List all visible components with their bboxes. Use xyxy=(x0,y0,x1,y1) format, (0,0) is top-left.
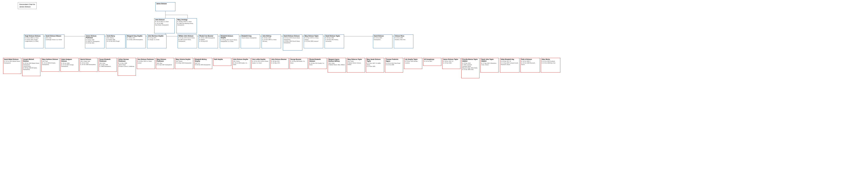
person-john-mcilroy[interactable]: John McIlroy B: 04 Mar 1903 D: 24 Feb 19… xyxy=(261,34,281,48)
title-line2: James Dickson xyxy=(19,6,35,8)
person-adam-hodgson-dickson[interactable]: Adam Hodgson Dickson B: 26 Jun 1906 D: 1… xyxy=(60,58,79,72)
person-annie-barry[interactable]: Annie Barry AKA: Bath(s) B: 06 Mar 1868 … xyxy=(106,34,125,48)
person-alf-humphreys[interactable]: Alf Humphreys B: 04 Oct 1887 xyxy=(423,58,441,66)
person-kath-smythe[interactable]: Kath Smythe xyxy=(213,58,231,66)
person-mary-dickson-taylor[interactable]: Mary Dickson Taylor B: 23 Jan 1870 Co. D… xyxy=(304,34,323,48)
person-ann-dickson-parkinson[interactable]: Ann Dickson Parkinson B: 03 Mar 1903 Co.… xyxy=(137,58,155,69)
person-hilda-elizabeth-hay[interactable]: Hilda Elizabeth Hay B: 28 Sep 1917 22 D:… xyxy=(500,58,520,73)
person-arthur-norman-parkinson[interactable]: Arthur Norman Parkinson B: 11 Nov 1908 J… xyxy=(118,58,136,76)
person-name: James Dickson xyxy=(156,3,175,5)
person-thomas-frederick-hapos[interactable]: Thomas Frederick Hapos B: 23 Oct 1914 Ha… xyxy=(385,58,403,73)
person-john-morrison-smythe[interactable]: John Morrison Smythe B: 21 Aug 1870 D: C… xyxy=(147,34,166,48)
person-hugh-dickson[interactable]: Hugh Dickson Dickson B: 02 Apr 1886 Co. … xyxy=(24,34,43,48)
person-james-dickson-root[interactable]: James Dickson xyxy=(155,2,175,11)
person-allan-works[interactable]: Allan Works B: 10 Oct 1905 Scotland D: 2… xyxy=(541,58,560,73)
title-line1: Descendant Chart for xyxy=(19,3,35,6)
person-james-dickson-parkinson[interactable]: James Dickson Parkinson B: 06 Mar 1868 D… xyxy=(85,34,104,48)
person-sarah-mabel-dickson[interactable]: Sarah Mabel Dickson B: 31 Oct 1901 Marke… xyxy=(3,58,21,74)
person-elizabeth-gray[interactable]: Elizabeth Gray Church Street, Downpatric… xyxy=(241,34,260,48)
person-susan-elizabeth-parkinson[interactable]: Susan Elizabeth Parkinson AKA: Elsie B: … xyxy=(99,58,117,72)
person-mary-jennings[interactable]: Mary Jennings B: 29 May 1845 Co. Down M:… xyxy=(177,18,197,33)
person-lily-smythe-taylor[interactable]: Lily Smythe Taylor B: 24 Nov 1903 Kendle… xyxy=(404,58,422,69)
person-margaret-agnes-dickson[interactable]: Margaret Agnes Dickson McIlroy AKA: Moll… xyxy=(328,58,346,73)
person-mary-victoria-smythe[interactable]: Mary Victoria Smythe AKA: Mama B: 01 May… xyxy=(175,58,193,69)
person-david-dickson-dickson[interactable]: David Dickson Dickson B: 29 Jun 1876 Chu… xyxy=(283,34,302,51)
person-john-dickson-boomer[interactable]: John Dickson Boomer B: 08 Sep 1911 D: 31… xyxy=(270,58,288,69)
chart-container: Descendant Chart for James Dickson James… xyxy=(0,0,868,178)
person-harriet-dickson[interactable]: Harriet Dickson AKA: Ginger Jack B: 23 O… xyxy=(80,58,98,72)
person-john-dickson-1[interactable]: John Dickson B: 29 Jul 1842 Co. Down D: … xyxy=(154,18,175,33)
person-margaret-gray-smythe[interactable]: Margaret Gray Smythe B: 13 Apr 1873 D: 3… xyxy=(126,34,146,48)
person-ruth-a-dickson[interactable]: Ruth A Dickson B: 19 Oct 1882 4 D: 23 Oc… xyxy=(520,58,540,73)
connector-lines xyxy=(0,0,868,178)
person-chinese-ross[interactable]: Chinese Ross B: 19 Oct 1885 Hamilton, Ne… xyxy=(394,34,413,48)
person-david-dickson-1905[interactable]: David Dickson B: 10 Oct 1905 Downpatrick xyxy=(373,34,393,48)
person-mary-kathleen-dickson[interactable]: Mary Kathleen Dickson AKA: Kath B: 13 Ju… xyxy=(41,58,60,72)
chart-title: Descendant Chart for James Dickson xyxy=(18,2,37,9)
person-sarah-dickson[interactable]: Sarah Dickson Weaver AKA: Kate Carnlough… xyxy=(45,34,64,48)
person-james-dickson-taylor-gen3[interactable]: James Dickson Taylor B: 30 Nov 1911 14 D… xyxy=(442,58,460,69)
person-elizabeth-dickson-smythe[interactable]: Elizabeth Dickson Smythe B: 18 Aug 1874 … xyxy=(220,34,239,48)
person-william-john-dickson[interactable]: William John Dickson B: 23 Jan 1870 Chur… xyxy=(178,34,197,48)
person-mary-rebecca-taylor[interactable]: Mary Rebecca Taylor AKA: Molly 5 Market … xyxy=(347,58,365,73)
person-john-dickson-smythe[interactable]: John Dickson Smythe AKA: Sonny B: 29 Jul… xyxy=(232,58,250,69)
person-mary-sarah-dickson-taylor[interactable]: Mary Sarah Dickson Taylor B: 22 Nov 1907… xyxy=(366,58,384,73)
person-joseph-mitchell-dickson[interactable]: Joseph Mitchell Dickson B: 25 Feb 1903 M… xyxy=(22,58,40,76)
person-elizabeth-mcilroy-smythe[interactable]: Elizabeth McIlroy Smythe AKA: US B: 06 F… xyxy=(194,58,212,69)
person-david-john-taylor[interactable]: David John Taylor Hilditch B: 17 Sep 192… xyxy=(480,58,499,73)
person-mary-dickson-parkinson[interactable]: Mary Dickson Parkinson AKA: May B: 22 Ap… xyxy=(156,58,174,69)
person-rhoda-elizabeth-dickson[interactable]: Rhoda Elizabeth Dickson B: 30 Mar 1911 Q… xyxy=(309,58,327,69)
person-vera-letitia-smythe[interactable]: Vera Letitia Smythe B: 13 Oct 1911 Churc… xyxy=(251,58,270,69)
person-george-boomer[interactable]: George Boomer B: 18 Aug 1908 Mooth, Co. … xyxy=(289,58,308,69)
person-priscilla-monica-taylor[interactable]: Priscilla Monica Taylor Hilditch B: 07 N… xyxy=(461,58,479,78)
person-rhoda-cree-boomer[interactable]: Rhoda Cree Boomer B: 29 Dec 1883 Downpat… xyxy=(198,34,218,48)
person-david-dickson-taylor[interactable]: David Dickson Taylor B: 08 Sep 1906 D: 2… xyxy=(324,34,344,48)
